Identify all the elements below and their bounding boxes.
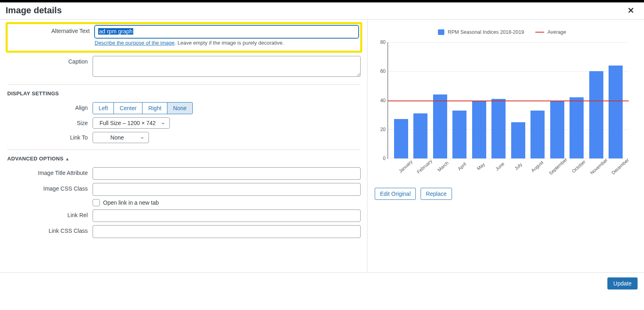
link-rel-label: Link Rel	[7, 209, 93, 218]
y-tick-label: 80	[375, 39, 386, 45]
caption-row: Caption	[7, 56, 361, 78]
open-new-tab-checkbox[interactable]	[93, 199, 100, 206]
caption-label: Caption	[7, 56, 93, 65]
image-title-attr-label: Image Title Attribute	[7, 167, 93, 176]
average-line	[388, 101, 629, 101]
size-row: Size Full Size – 1200 × 742	[7, 117, 361, 129]
chart-bar	[570, 97, 584, 158]
align-row: Align Left Center Right None	[7, 102, 361, 114]
caret-up-icon: ▲	[65, 156, 70, 161]
alt-text-input[interactable]: ad rpm graph	[95, 25, 359, 38]
image-title-attr-input[interactable]	[93, 167, 361, 180]
dialog-footer: Update	[0, 272, 644, 294]
dialog-body: Alternative Text ad rpm graph Describe t…	[0, 20, 644, 272]
dialog-header: Image details ✕	[0, 2, 644, 20]
chart-bar	[550, 101, 564, 159]
legend-item-average: Average	[535, 29, 566, 35]
chart-preview: RPM Seasonal Indices 2018-2019 Average 0…	[367, 25, 642, 171]
align-right-button[interactable]: Right	[142, 103, 167, 114]
image-css-class-label: Image CSS Class	[7, 183, 93, 192]
open-new-tab-label: Open link in a new tab	[103, 199, 159, 206]
describe-purpose-link[interactable]: Describe the purpose of the image	[95, 40, 175, 46]
chart-legend: RPM Seasonal Indices 2018-2019 Average	[372, 29, 632, 35]
chart-bar	[491, 99, 506, 158]
chart-bar	[433, 94, 447, 158]
y-tick-label: 0	[375, 156, 386, 161]
y-tick-label: 40	[375, 98, 386, 103]
link-css-class-input[interactable]	[93, 225, 361, 238]
align-left-button[interactable]: Left	[93, 103, 114, 114]
caption-input[interactable]	[93, 56, 361, 77]
align-none-button[interactable]: None	[167, 103, 192, 114]
size-label: Size	[7, 117, 93, 126]
image-css-class-input[interactable]	[93, 183, 361, 196]
link-to-select[interactable]: None	[93, 132, 149, 143]
dialog-title: Image details	[6, 5, 62, 16]
alt-text-hint: Describe the purpose of the image. Leave…	[95, 40, 359, 46]
y-tick-label: 20	[375, 127, 386, 132]
advanced-options-heading[interactable]: ADVANCED OPTIONS▲	[7, 156, 361, 162]
chart-bar	[609, 66, 623, 158]
link-rel-row: Link Rel	[7, 209, 361, 222]
divider	[7, 84, 361, 85]
link-rel-input[interactable]	[93, 209, 361, 222]
alt-text-label: Alternative Text	[9, 25, 95, 34]
display-settings-heading: DISPLAY SETTINGS	[7, 90, 361, 96]
image-css-class-row: Image CSS Class	[7, 183, 361, 196]
link-css-class-label: Link CSS Class	[7, 225, 93, 234]
align-label: Align	[7, 102, 93, 111]
chart-x-axis: JanuaryFebruaryMarchAprilMayJuneJulyAugu…	[388, 160, 629, 171]
bar-swatch-icon	[438, 29, 444, 35]
preview-pane: RPM Seasonal Indices 2018-2019 Average 0…	[367, 20, 644, 272]
link-to-label: Link To	[7, 132, 93, 141]
chart-bar	[511, 122, 525, 158]
chart-bar	[589, 71, 603, 158]
edit-original-button[interactable]: Edit Original	[375, 188, 416, 200]
settings-pane: Alternative Text ad rpm graph Describe t…	[0, 20, 367, 272]
alt-text-row: Alternative Text ad rpm graph Describe t…	[9, 25, 359, 46]
chart-bar	[530, 111, 545, 158]
y-tick-label: 60	[375, 68, 386, 74]
align-button-group: Left Center Right None	[93, 102, 193, 114]
link-to-row: Link To None	[7, 132, 361, 143]
open-new-tab-row: Open link in a new tab	[7, 199, 361, 206]
divider	[7, 150, 361, 150]
line-swatch-icon	[535, 32, 544, 33]
legend-item-bars: RPM Seasonal Indices 2018-2019	[438, 29, 524, 35]
chart-bar	[413, 113, 427, 158]
update-button[interactable]: Update	[607, 277, 638, 289]
link-css-class-row: Link CSS Class	[7, 225, 361, 238]
chart-bar	[452, 111, 466, 158]
image-details-dialog: Image details ✕ Alternative Text ad rpm …	[0, 2, 644, 294]
size-select[interactable]: Full Size – 1200 × 742	[93, 117, 170, 129]
preview-actions: Edit Original Replace	[375, 188, 642, 200]
chart-plot-area: 020406080	[388, 42, 629, 159]
chart-bar	[394, 119, 408, 158]
chart-bar	[472, 101, 486, 159]
image-title-attr-row: Image Title Attribute	[7, 167, 361, 180]
replace-button[interactable]: Replace	[421, 188, 452, 200]
alt-text-highlight: Alternative Text ad rpm graph Describe t…	[6, 22, 362, 53]
close-icon[interactable]: ✕	[625, 5, 637, 16]
align-center-button[interactable]: Center	[114, 103, 142, 114]
